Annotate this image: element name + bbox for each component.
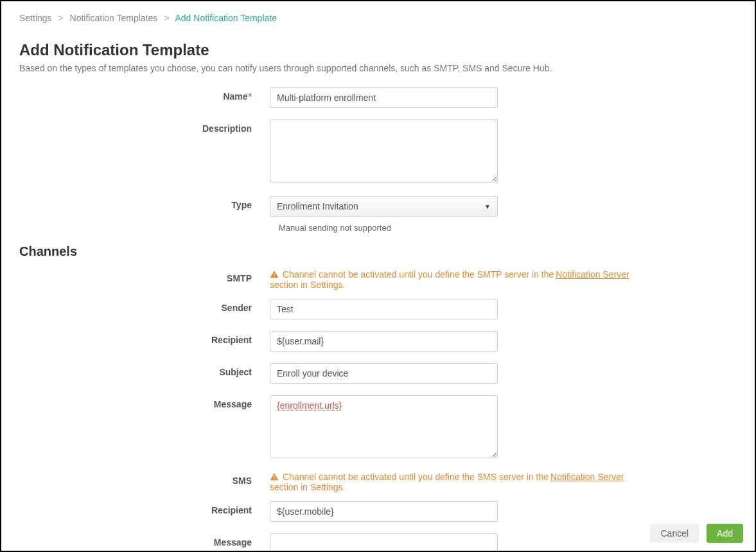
notification-server-link[interactable]: Notification Server [556, 269, 629, 280]
smtp-warning: Channel cannot be activated until you de… [270, 269, 687, 290]
smtp-sender-label: Sender [19, 299, 270, 313]
sms-message-textarea[interactable] [270, 533, 498, 552]
caret-down-icon: ▼ [484, 203, 491, 210]
smtp-recipient-label: Recipient [19, 331, 270, 345]
smtp-subject-label: Subject [19, 363, 270, 377]
channels-heading: Channels [19, 244, 737, 259]
name-label: Name* [19, 87, 270, 102]
smtp-message-textarea[interactable]: {enrollment.urls} [270, 395, 498, 458]
name-input[interactable] [270, 87, 498, 108]
type-helper-text: Manual sending not supported [270, 223, 498, 233]
type-label: Type [19, 196, 270, 210]
breadcrumb: Settings > Notification Templates > Add … [19, 13, 737, 23]
smtp-message-label: Message [19, 395, 270, 409]
breadcrumb-settings[interactable]: Settings [19, 13, 52, 23]
breadcrumb-sep: > [58, 13, 63, 23]
page-subtitle: Based on the types of templates you choo… [19, 63, 737, 73]
smtp-subject-input[interactable] [270, 363, 498, 384]
sms-message-label: Message [19, 533, 270, 548]
sms-recipient-label: Recipient [19, 501, 270, 515]
notification-server-link[interactable]: Notification Server [550, 472, 624, 482]
breadcrumb-sep: > [164, 13, 169, 23]
smtp-sender-input[interactable] [270, 299, 498, 319]
smtp-label: SMTP [19, 269, 270, 283]
page-title: Add Notification Template [19, 41, 737, 59]
sms-warning: Channel cannot be activated until you de… [270, 472, 687, 492]
breadcrumb-current: Add Notification Template [175, 13, 277, 23]
breadcrumb-templates[interactable]: Notification Templates [70, 13, 158, 23]
cancel-button[interactable]: Cancel [650, 524, 699, 543]
sms-recipient-input[interactable] [270, 501, 498, 522]
sms-label: SMS [19, 472, 270, 486]
add-button[interactable]: Add [707, 524, 743, 543]
type-select[interactable]: Enrollment Invitation ▼ [270, 196, 498, 217]
description-label: Description [19, 120, 270, 134]
description-textarea[interactable] [270, 120, 498, 183]
smtp-recipient-input[interactable] [270, 331, 498, 352]
warning-icon [270, 270, 279, 279]
type-select-value: Enrollment Invitation [277, 201, 358, 211]
warning-icon [270, 472, 279, 481]
